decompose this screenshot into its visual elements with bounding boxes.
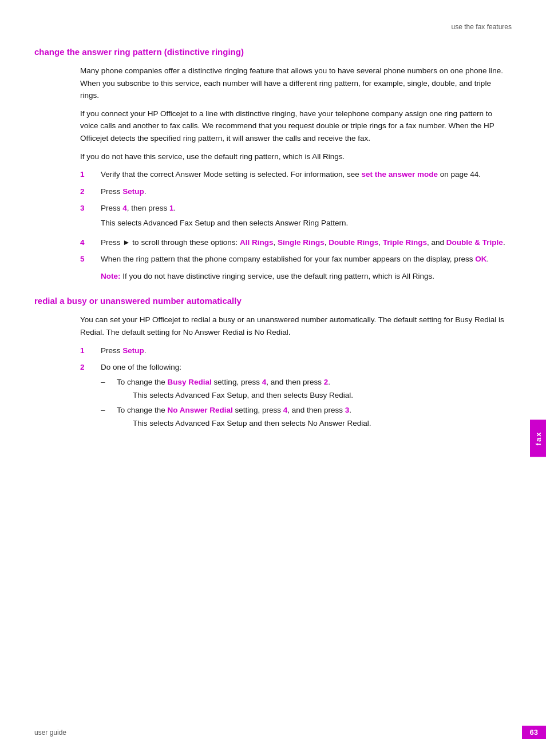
right-tab: fax	[530, 420, 546, 457]
step-2: 2 Press Setup.	[80, 185, 512, 198]
step5-ok-link[interactable]: OK	[475, 255, 486, 263]
step3-num4: 4	[122, 204, 127, 212]
s2-step1-setup-link[interactable]: Setup	[122, 346, 144, 355]
step4-num: 4	[80, 236, 101, 249]
page-header: use the fax features	[34, 23, 512, 31]
section2-steps: 1 Press Setup. 2 Do one of the following…	[80, 345, 512, 433]
s2-step1-num: 1	[80, 345, 101, 357]
s2-step2-num: 2	[80, 361, 101, 432]
no-answer-redial-link[interactable]: No Answer Redial	[168, 406, 233, 414]
section1-para2: If you connect your HP Officejet to a li…	[80, 108, 512, 145]
step4-link-allrings[interactable]: All Rings	[240, 238, 274, 247]
section-2: redial a busy or unanswered number autom…	[34, 296, 512, 432]
step1-link[interactable]: set the answer mode	[361, 170, 438, 179]
step3-num: 3	[80, 202, 101, 231]
step3-subnote: This selects Advanced Fax Setup and then…	[101, 217, 512, 229]
s2-step1-content: Press Setup.	[101, 345, 512, 357]
step3-num1: 1	[169, 204, 174, 212]
dash-item-1: – To change the Busy Redial setting, pre…	[101, 376, 512, 402]
step4-content: Press ► to scroll through these options:…	[101, 236, 512, 249]
step-5: 5 When the ring pattern that the phone c…	[80, 253, 512, 282]
dash1-num4: 4	[262, 378, 267, 386]
dash1-subnote: This selects Advanced Fax Setup, and the…	[117, 389, 512, 402]
page-footer: user guide 63	[34, 726, 546, 739]
section2-step-2: 2 Do one of the following: – To change t…	[80, 361, 512, 432]
dash2-content: To change the No Answer Redial setting, …	[117, 404, 512, 430]
footer-left-text: user guide	[34, 729, 66, 737]
section1-para1: Many phone companies offer a distinctive…	[80, 65, 512, 102]
section1-heading: change the answer ring pattern (distinct…	[34, 47, 512, 57]
page: use the fax features change the answer r…	[0, 0, 546, 756]
step1-num: 1	[80, 168, 101, 181]
step5-note: Note: If you do not have distinctive rin…	[101, 270, 512, 283]
dash2-num3: 3	[345, 406, 350, 414]
section1-steps: 1 Verify that the correct Answer Mode se…	[80, 168, 512, 282]
step4-link-doubletriple[interactable]: Double & Triple	[446, 238, 503, 247]
header-text: use the fax features	[452, 23, 512, 31]
step-4: 4 Press ► to scroll through these option…	[80, 236, 512, 249]
section2-para: You can set your HP Officejet to redial …	[80, 314, 512, 338]
dash-2: –	[101, 404, 117, 430]
step-1: 1 Verify that the correct Answer Mode se…	[80, 168, 512, 181]
dash1-num2: 2	[324, 378, 329, 386]
s2-dash-list: – To change the Busy Redial setting, pre…	[101, 376, 512, 430]
step1-content: Verify that the correct Answer Mode sett…	[101, 168, 512, 181]
section2-heading: redial a busy or unanswered number autom…	[34, 296, 512, 306]
step2-num: 2	[80, 185, 101, 198]
step4-link-tripleringsrings[interactable]: Triple Rings	[383, 238, 427, 247]
section-1: change the answer ring pattern (distinct…	[34, 47, 512, 282]
section1-content: Many phone companies offer a distinctive…	[34, 65, 512, 282]
step2-content: Press Setup.	[101, 185, 512, 198]
dash-1: –	[101, 376, 117, 402]
dash1-content: To change the Busy Redial setting, press…	[117, 376, 512, 402]
s2-step2-content: Do one of the following: – To change the…	[101, 361, 512, 432]
step4-link-singleringsrings[interactable]: Single Rings	[278, 238, 325, 247]
step3-content: Press 4, then press 1. This selects Adva…	[101, 202, 512, 231]
section1-para3: If you do not have this service, use the…	[80, 151, 512, 163]
section2-step-1: 1 Press Setup.	[80, 345, 512, 357]
dash2-num4: 4	[283, 406, 288, 414]
note-prefix: Note:	[101, 272, 121, 280]
step4-link-doubleringsrings[interactable]: Double Rings	[329, 238, 378, 247]
busy-redial-link[interactable]: Busy Redial	[168, 378, 212, 386]
step5-content: When the ring pattern that the phone com…	[101, 253, 512, 282]
step2-setup-link[interactable]: Setup	[122, 187, 144, 196]
dash-item-2: – To change the No Answer Redial setting…	[101, 404, 512, 430]
section2-content: You can set your HP Officejet to redial …	[34, 314, 512, 432]
dash2-subnote: This selects Advanced Fax Setup and then…	[117, 417, 512, 430]
step-3: 3 Press 4, then press 1. This selects Ad…	[80, 202, 512, 231]
step5-num: 5	[80, 253, 101, 282]
tab-label: fax	[534, 432, 543, 446]
page-number: 63	[522, 726, 546, 739]
